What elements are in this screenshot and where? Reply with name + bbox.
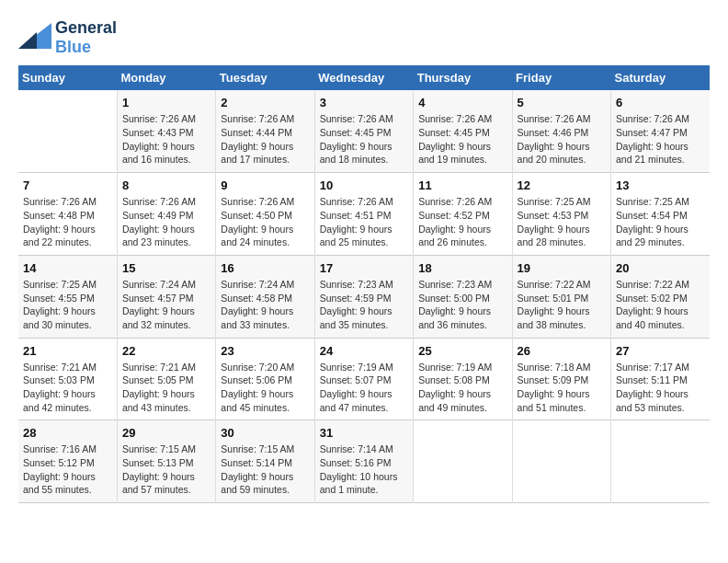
calendar-cell: 1Sunrise: 7:26 AMSunset: 4:43 PMDaylight… — [117, 90, 215, 172]
day-number: 3 — [320, 96, 408, 109]
weekday-header-tuesday: Tuesday — [216, 65, 314, 90]
calendar-cell: 21Sunrise: 7:21 AMSunset: 5:03 PMDayligh… — [18, 338, 117, 420]
calendar-table: SundayMondayTuesdayWednesdayThursdayFrid… — [18, 65, 710, 503]
calendar-week-row: 1Sunrise: 7:26 AMSunset: 4:43 PMDaylight… — [18, 90, 710, 172]
calendar-cell — [414, 420, 512, 503]
calendar-cell: 18Sunrise: 7:23 AMSunset: 5:00 PMDayligh… — [414, 255, 512, 338]
calendar-cell — [18, 90, 117, 172]
day-number: 6 — [616, 96, 705, 109]
calendar-cell: 2Sunrise: 7:26 AMSunset: 4:44 PMDaylight… — [216, 90, 314, 172]
day-detail: Sunrise: 7:23 AMSunset: 4:59 PMDaylight:… — [320, 278, 408, 332]
calendar-cell: 29Sunrise: 7:15 AMSunset: 5:13 PMDayligh… — [117, 420, 215, 503]
calendar-cell: 17Sunrise: 7:23 AMSunset: 4:59 PMDayligh… — [314, 255, 413, 338]
day-detail: Sunrise: 7:26 AMSunset: 4:51 PMDaylight:… — [320, 195, 408, 249]
calendar-cell: 14Sunrise: 7:25 AMSunset: 4:55 PMDayligh… — [18, 255, 117, 338]
day-detail: Sunrise: 7:26 AMSunset: 4:43 PMDaylight:… — [122, 112, 210, 167]
calendar-cell: 16Sunrise: 7:24 AMSunset: 4:58 PMDayligh… — [216, 255, 314, 338]
calendar-cell: 27Sunrise: 7:17 AMSunset: 5:11 PMDayligh… — [611, 338, 710, 420]
day-number: 13 — [616, 178, 705, 192]
calendar-cell: 30Sunrise: 7:15 AMSunset: 5:14 PMDayligh… — [216, 420, 314, 503]
day-number: 14 — [23, 261, 112, 275]
day-detail: Sunrise: 7:24 AMSunset: 4:58 PMDaylight:… — [221, 278, 309, 332]
calendar-cell: 6Sunrise: 7:26 AMSunset: 4:47 PMDaylight… — [611, 90, 710, 172]
day-detail: Sunrise: 7:23 AMSunset: 5:00 PMDaylight:… — [418, 278, 506, 332]
day-detail: Sunrise: 7:26 AMSunset: 4:45 PMDaylight:… — [320, 112, 408, 167]
day-number: 30 — [221, 426, 309, 440]
calendar-cell: 5Sunrise: 7:26 AMSunset: 4:46 PMDaylight… — [512, 90, 610, 172]
logo-text: General Blue — [55, 18, 117, 56]
calendar-cell: 7Sunrise: 7:26 AMSunset: 4:48 PMDaylight… — [18, 173, 117, 256]
calendar-week-row: 14Sunrise: 7:25 AMSunset: 4:55 PMDayligh… — [18, 255, 710, 338]
day-number: 26 — [518, 344, 606, 358]
day-detail: Sunrise: 7:25 AMSunset: 4:55 PMDaylight:… — [23, 278, 112, 332]
weekday-header-wednesday: Wednesday — [314, 65, 413, 90]
weekday-header-row: SundayMondayTuesdayWednesdayThursdayFrid… — [18, 65, 710, 90]
calendar-cell: 31Sunrise: 7:14 AMSunset: 5:16 PMDayligh… — [314, 420, 413, 503]
day-number: 18 — [418, 261, 506, 275]
calendar-week-row: 7Sunrise: 7:26 AMSunset: 4:48 PMDaylight… — [18, 173, 710, 256]
day-detail: Sunrise: 7:25 AMSunset: 4:53 PMDaylight:… — [518, 195, 606, 249]
calendar-cell: 25Sunrise: 7:19 AMSunset: 5:08 PMDayligh… — [414, 338, 512, 420]
calendar-cell: 28Sunrise: 7:16 AMSunset: 5:12 PMDayligh… — [18, 420, 117, 503]
day-number: 25 — [418, 344, 506, 358]
calendar-cell: 24Sunrise: 7:19 AMSunset: 5:07 PMDayligh… — [314, 338, 413, 420]
day-number: 9 — [221, 178, 309, 192]
calendar-cell — [611, 420, 710, 503]
day-detail: Sunrise: 7:14 AMSunset: 5:16 PMDaylight:… — [320, 442, 408, 497]
weekday-header-thursday: Thursday — [414, 65, 512, 90]
day-detail: Sunrise: 7:26 AMSunset: 4:45 PMDaylight:… — [418, 112, 506, 167]
calendar-cell: 20Sunrise: 7:22 AMSunset: 5:02 PMDayligh… — [611, 255, 710, 338]
calendar-cell: 4Sunrise: 7:26 AMSunset: 4:45 PMDaylight… — [414, 90, 512, 172]
day-detail: Sunrise: 7:15 AMSunset: 5:13 PMDaylight:… — [122, 442, 210, 497]
calendar-cell: 26Sunrise: 7:18 AMSunset: 5:09 PMDayligh… — [512, 338, 610, 420]
day-number: 22 — [122, 344, 210, 358]
page-header: General Blue — [18, 18, 710, 56]
day-detail: Sunrise: 7:26 AMSunset: 4:47 PMDaylight:… — [616, 112, 705, 167]
calendar-cell: 8Sunrise: 7:26 AMSunset: 4:49 PMDaylight… — [117, 173, 215, 256]
day-detail: Sunrise: 7:26 AMSunset: 4:52 PMDaylight:… — [418, 195, 506, 249]
calendar-cell: 10Sunrise: 7:26 AMSunset: 4:51 PMDayligh… — [314, 173, 413, 256]
day-number: 2 — [221, 96, 309, 109]
day-detail: Sunrise: 7:26 AMSunset: 4:49 PMDaylight:… — [122, 195, 210, 249]
day-number: 23 — [221, 344, 309, 358]
day-number: 28 — [23, 426, 112, 440]
day-detail: Sunrise: 7:19 AMSunset: 5:07 PMDaylight:… — [320, 361, 408, 415]
calendar-cell — [512, 420, 610, 503]
day-number: 12 — [518, 178, 606, 192]
logo-icon — [18, 23, 51, 49]
calendar-week-row: 28Sunrise: 7:16 AMSunset: 5:12 PMDayligh… — [18, 420, 710, 503]
calendar-cell: 23Sunrise: 7:20 AMSunset: 5:06 PMDayligh… — [216, 338, 314, 420]
day-detail: Sunrise: 7:20 AMSunset: 5:06 PMDaylight:… — [221, 361, 309, 415]
day-number: 29 — [122, 426, 210, 440]
calendar-cell: 19Sunrise: 7:22 AMSunset: 5:01 PMDayligh… — [512, 255, 610, 338]
calendar-cell: 11Sunrise: 7:26 AMSunset: 4:52 PMDayligh… — [414, 173, 512, 256]
weekday-header-friday: Friday — [512, 65, 610, 90]
day-number: 8 — [122, 178, 210, 192]
day-number: 19 — [518, 261, 606, 275]
day-number: 15 — [122, 261, 210, 275]
day-detail: Sunrise: 7:26 AMSunset: 4:46 PMDaylight:… — [518, 112, 606, 167]
day-detail: Sunrise: 7:26 AMSunset: 4:48 PMDaylight:… — [23, 195, 112, 249]
day-number: 17 — [320, 261, 408, 275]
day-number: 1 — [122, 96, 210, 109]
day-detail: Sunrise: 7:21 AMSunset: 5:05 PMDaylight:… — [122, 361, 210, 415]
day-number: 24 — [320, 344, 408, 358]
day-number: 21 — [23, 344, 112, 358]
weekday-header-monday: Monday — [117, 65, 215, 90]
day-number: 7 — [23, 178, 112, 192]
day-detail: Sunrise: 7:17 AMSunset: 5:11 PMDaylight:… — [616, 361, 705, 415]
day-number: 31 — [320, 426, 408, 440]
weekday-header-sunday: Sunday — [18, 65, 117, 90]
day-number: 11 — [418, 178, 506, 192]
calendar-week-row: 21Sunrise: 7:21 AMSunset: 5:03 PMDayligh… — [18, 338, 710, 420]
day-detail: Sunrise: 7:19 AMSunset: 5:08 PMDaylight:… — [418, 361, 506, 415]
day-detail: Sunrise: 7:18 AMSunset: 5:09 PMDaylight:… — [518, 361, 606, 415]
svg-marker-1 — [18, 32, 37, 49]
logo: General Blue — [18, 18, 117, 56]
day-number: 5 — [518, 96, 606, 109]
day-detail: Sunrise: 7:26 AMSunset: 4:50 PMDaylight:… — [221, 195, 309, 249]
day-number: 10 — [320, 178, 408, 192]
day-detail: Sunrise: 7:26 AMSunset: 4:44 PMDaylight:… — [221, 112, 309, 167]
day-number: 16 — [221, 261, 309, 275]
day-detail: Sunrise: 7:22 AMSunset: 5:02 PMDaylight:… — [616, 278, 705, 332]
